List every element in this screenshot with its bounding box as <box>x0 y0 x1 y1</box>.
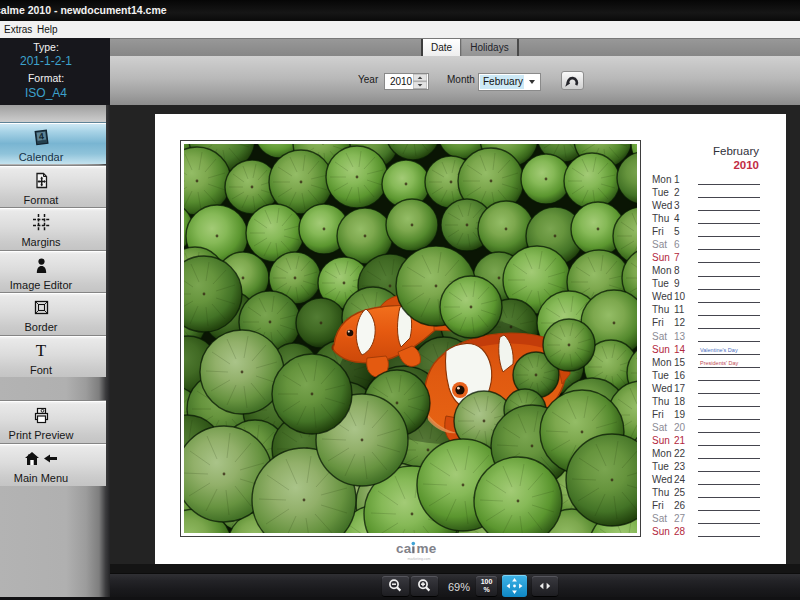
svg-text:me: me <box>417 541 437 556</box>
svg-text:ca: ca <box>396 541 412 556</box>
